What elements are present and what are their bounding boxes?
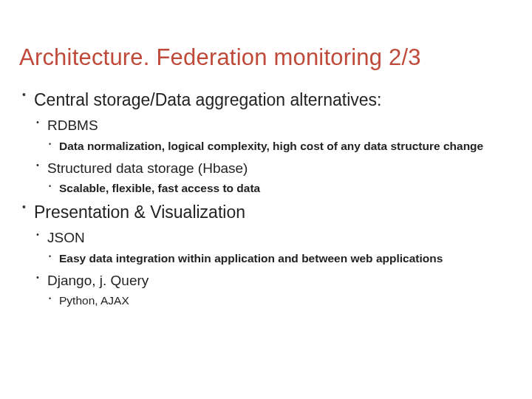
bullet-text: Django, j. Query — [47, 273, 149, 288]
bullet-text: Easy data integration within application… — [59, 252, 443, 265]
bullet-level-3: Data normalization, logical complexity, … — [47, 139, 510, 154]
bullet-level-1: Central storage/Data aggregation alterna… — [19, 89, 510, 309]
bullet-text: RDBMS — [47, 117, 98, 133]
bullet-level-3: Scalable, flexible, fast access to data — [47, 181, 510, 197]
bullet-level-2: RDBMS Data normalization, logical comple… — [34, 116, 510, 197]
bullet-text: Central storage/Data aggregation alterna… — [34, 90, 382, 109]
list-item: Easy data integration within application… — [47, 251, 510, 267]
list-item: RDBMS Data normalization, logical comple… — [34, 116, 510, 154]
bullet-text: Presentation & Visualization — [34, 202, 245, 222]
bullet-level-3: Python, AJAX — [47, 293, 510, 309]
bullet-text: Structured data storage (Hbase) — [47, 160, 248, 176]
bullet-level-2: JSON Easy data integration within applic… — [34, 228, 510, 309]
list-item: Django, j. Query Python, AJAX — [34, 271, 510, 310]
bullet-text: Data normalization, logical complexity, … — [59, 140, 483, 152]
list-item: JSON Easy data integration within applic… — [34, 228, 510, 267]
list-item: Scalable, flexible, fast access to data — [47, 181, 510, 197]
list-item: Presentation & Visualization JSON Easy d… — [19, 201, 510, 309]
bullet-level-3: Easy data integration within application… — [47, 251, 510, 267]
list-item: Central storage/Data aggregation alterna… — [19, 89, 510, 197]
list-item: Structured data storage (Hbase) Scalable… — [34, 159, 510, 197]
bullet-text: Python, AJAX — [59, 294, 129, 307]
list-item: Data normalization, logical complexity, … — [47, 139, 510, 154]
list-item: Python, AJAX — [47, 293, 510, 309]
slide-title: Architecture. Federation monitoring 2/3 — [19, 44, 510, 71]
slide: Architecture. Federation monitoring 2/3 … — [0, 0, 532, 399]
bullet-text: JSON — [47, 230, 85, 245]
bullet-text: Scalable, flexible, fast access to data — [59, 182, 260, 194]
